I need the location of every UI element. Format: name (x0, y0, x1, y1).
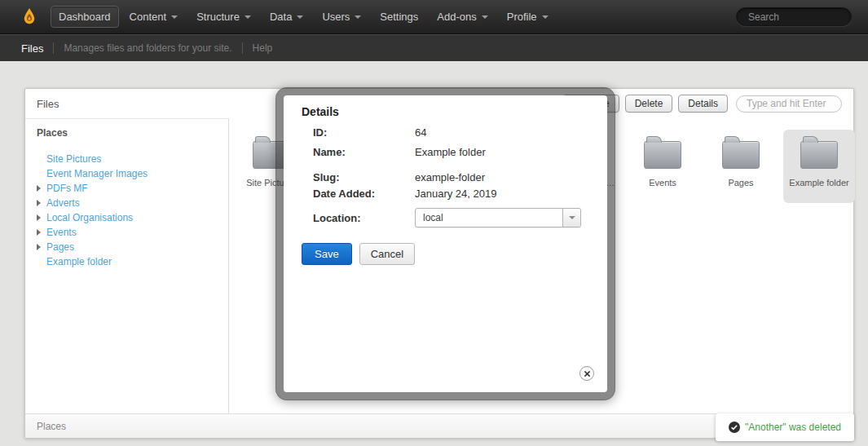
module-title: Files (21, 42, 43, 55)
chevron-down-icon (297, 15, 303, 19)
panel-title: Files (37, 98, 59, 110)
tree-label: Example folder (46, 256, 112, 267)
sidebar-item-pdfs-mf[interactable]: PDFs MF (37, 181, 217, 196)
nav-label: Data (270, 11, 292, 23)
nav-item-content[interactable]: Content (121, 6, 187, 28)
chevron-down-icon (171, 15, 178, 19)
field-row-name: Name: Example folder (313, 146, 589, 158)
details-button[interactable]: Details (678, 95, 728, 113)
folder-label: Example folder (783, 178, 855, 188)
field-value: 64 (415, 126, 426, 139)
sidebar-item-events[interactable]: Events (37, 225, 217, 240)
close-button[interactable] (579, 366, 594, 381)
tree-label: Site Pictures (46, 153, 101, 165)
flame-logo-icon[interactable] (21, 6, 39, 29)
field-row-date-added: Date Added: January 24, 2019 (313, 188, 589, 200)
module-bar: Files Manages files and folders for your… (0, 34, 868, 61)
nav-item-dashboard[interactable]: Dashboard (51, 6, 119, 28)
folder-label: Events (627, 178, 698, 188)
nav-label: Users (322, 11, 350, 23)
toast-message: "Another" was deleted (745, 422, 841, 433)
folder-icon (644, 141, 681, 169)
notification-toast: "Another" was deleted (716, 413, 854, 441)
field-label: Date Added: (313, 188, 415, 200)
field-value: example-folder (415, 171, 485, 183)
help-link[interactable]: Help (253, 42, 273, 54)
chevron-right-icon[interactable] (37, 200, 46, 206)
tree-label: Local Organisations (46, 212, 133, 223)
modal-actions: Save Cancel (302, 243, 589, 265)
divider (242, 42, 243, 54)
delete-button[interactable]: Delete (625, 95, 673, 113)
details-modal: Details ID: 64 Name: Example folder Slug… (275, 87, 615, 400)
folder-item-events[interactable]: Events (627, 130, 698, 203)
sidebar-item-adverts[interactable]: Adverts (37, 196, 217, 210)
chevron-right-icon[interactable] (37, 229, 46, 236)
nav-label: Content (130, 11, 167, 23)
close-icon (584, 370, 591, 378)
nav-item-addons[interactable]: Add-ons (429, 6, 496, 28)
field-row-slug: Slug: example-folder (313, 171, 589, 183)
sidebar-item-site-pictures[interactable]: Site Pictures (37, 152, 217, 166)
places-sidebar: Places Site Pictures Event Manager Image… (25, 118, 229, 413)
sidebar-item-example-folder[interactable]: Example folder (37, 254, 217, 269)
field-row-location: Location: local (313, 208, 589, 227)
chevron-down-icon (355, 15, 361, 19)
check-circle-icon (729, 422, 740, 433)
places-heading: Places (37, 127, 217, 139)
divider (53, 42, 54, 54)
cancel-button[interactable]: Cancel (359, 243, 415, 265)
panel-footer: Places "Another" was deleted (25, 413, 853, 438)
location-selected-value: local (416, 212, 562, 223)
tree-label: Event Manager Images (46, 168, 148, 179)
nav-item-structure[interactable]: Structure (188, 6, 259, 28)
field-value: Example folder (415, 146, 486, 158)
tree-label: Adverts (46, 197, 80, 209)
save-button[interactable]: Save (302, 243, 352, 265)
modal-title: Details (302, 105, 589, 118)
chevron-down-icon (482, 15, 488, 19)
chevron-right-icon[interactable] (37, 185, 46, 192)
sidebar-item-event-manager-images[interactable]: Event Manager Images (37, 166, 217, 181)
sidebar-item-pages[interactable]: Pages (37, 240, 217, 254)
footer-places-label: Places (37, 421, 66, 432)
chevron-down-icon (245, 15, 251, 19)
tree-label: Pages (46, 241, 74, 253)
folder-label: Pages (705, 178, 777, 188)
field-label: ID: (313, 126, 415, 139)
folder-item-example-folder[interactable]: Example folder (783, 130, 855, 203)
select-dropdown-button[interactable] (562, 209, 580, 227)
chevron-down-icon (542, 15, 549, 19)
field-label: Slug: (313, 171, 415, 183)
chevron-right-icon[interactable] (37, 244, 46, 250)
chevron-right-icon[interactable] (37, 214, 46, 221)
sidebar-item-local-organisations[interactable]: Local Organisations (37, 210, 217, 225)
nav-item-profile[interactable]: Profile (499, 6, 557, 28)
field-row-id: ID: 64 (313, 126, 589, 139)
nav-item-settings[interactable]: Settings (372, 6, 426, 28)
field-label: Name: (313, 146, 415, 158)
folder-icon (800, 141, 838, 169)
nav-label: Settings (380, 11, 418, 23)
filter-input[interactable] (736, 95, 842, 113)
tree-label: PDFs MF (46, 183, 88, 194)
folder-item-pages[interactable]: Pages (705, 130, 777, 203)
module-description: Manages files and folders for your site. (64, 42, 231, 54)
nav-label: Structure (196, 11, 240, 23)
location-select[interactable]: local (415, 208, 581, 227)
nav-label: Add-ons (437, 11, 476, 23)
nav-label: Dashboard (59, 11, 111, 23)
tree-label: Events (46, 227, 77, 238)
nav-item-users[interactable]: Users (314, 6, 369, 28)
field-value: January 24, 2019 (415, 188, 496, 200)
nav-label: Profile (507, 11, 537, 23)
folder-icon (722, 141, 760, 169)
top-navbar: Dashboard Content Structure Data Users S… (0, 0, 868, 34)
nav-item-data[interactable]: Data (262, 6, 311, 28)
global-search-input[interactable] (736, 7, 852, 26)
field-label: Location: (313, 212, 415, 224)
